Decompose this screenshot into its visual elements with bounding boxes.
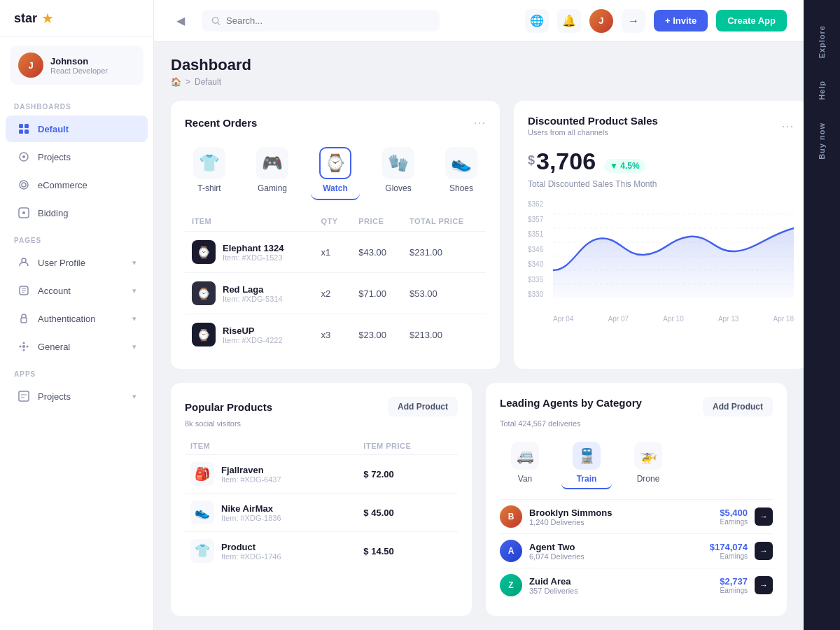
user-info: Johnson React Developer [50,56,108,75]
add-product-button[interactable]: Add Product [388,397,458,416]
topbar-right: 🌐 🔔 J → + Invite Create App [525,9,787,33]
topbar: ◀ 🌐 🔔 J → + Invite Create App [154,0,804,42]
right-panel: Explore Help Buy now [804,0,840,630]
sidebar-item-bidding[interactable]: Bidding [6,200,148,226]
shoes-icon: 👟 [445,147,477,179]
pop-col-price: ITEM PRICE [358,438,458,455]
pop-col-item: ITEM [185,438,358,455]
globe-icon-button[interactable]: 🌐 [525,9,549,33]
discounted-sales-card: Discounted Product Sales Users from all … [514,101,804,369]
table-row: ⌚ Red Laga Item: #XDG-5314 x2 $71.00 $53… [185,273,486,314]
sidebar-item-account[interactable]: Account ▾ [6,277,148,304]
shoes-label: Shoes [449,183,473,193]
buy-now-button[interactable]: Buy now [812,111,832,171]
sales-amount: $ 3,706 ▼ 4.5% [528,148,794,175]
notification-button[interactable]: 🔔 [557,9,581,33]
product-tab-tshirt[interactable]: 👕 T-shirt [185,141,234,200]
search-bar[interactable] [202,10,440,31]
product-tab-gloves[interactable]: 🧤 Gloves [374,141,423,200]
product-price: $ 14.50 [358,532,458,570]
sidebar-item-projects-label: Projects [38,152,71,162]
logo: star ★ [0,0,153,37]
chevron-down-icon3: ▾ [132,314,136,323]
item-name: Elephant 1324 [223,243,284,253]
chart-y-labels: $362 $357 $351 $346 $340 $335 $330 [528,200,543,298]
agent-earnings: $174,074 [699,542,748,552]
earnings-label: Earnings [699,587,748,594]
search-input[interactable] [226,15,430,26]
sales-subtitle: Users from all channels [528,128,658,136]
user-role: React Developer [50,66,108,75]
page-title-area: Dashboard 🏠 > Default [171,56,251,87]
product-tab-gaming[interactable]: 🎮 Gaming [248,141,297,200]
sidebar-item-authentication[interactable]: Authentication ▾ [6,305,148,332]
sidebar-item-projects-app-label: Projects [38,391,71,402]
explore-button[interactable]: Explore [812,14,832,69]
recent-orders-menu[interactable]: ⋯ [473,115,486,130]
ecommerce-icon [17,178,31,192]
help-button[interactable]: Help [812,69,832,111]
product-id: Item: #XDG-1746 [221,552,281,561]
product-name: Nike AirMax [221,503,281,514]
invite-button[interactable]: + Invite [654,10,708,31]
grid-icon [17,122,31,136]
svg-point-9 [22,211,25,214]
table-row: ⌚ RiseUP Item: #XDG-4222 x3 $23.00 $213.… [185,314,486,356]
gloves-icon: 🧤 [382,147,414,179]
van-icon: 🚐 [511,442,539,470]
agent-arrow-button[interactable]: → [755,542,773,560]
agent-arrow-button[interactable]: → [755,576,773,594]
sidebar-item-account-label: Account [38,286,71,296]
gaming-label: Gaming [258,183,287,193]
gloves-label: Gloves [385,183,411,193]
page-title: Dashboard [171,56,251,74]
product-tabs: 👕 T-shirt 🎮 Gaming ⌚ Watch 🧤 Gloves [185,141,486,200]
leading-agents-subtitle: Total 424,567 deliveries [500,419,773,428]
arrow-button[interactable]: → [622,9,645,33]
agent-arrow-button[interactable]: → [755,507,773,526]
agent-earnings: $5,400 [699,507,748,518]
sidebar-item-projects[interactable]: Projects [6,144,148,170]
sidebar-item-bidding-label: Bidding [38,208,68,218]
dashboard-grid: Recent Orders ⋯ 👕 T-shirt 🎮 Gaming ⌚ [171,101,787,369]
col-price: PRICE [351,211,402,232]
popular-products-subtitle: 8k social visitors [185,419,458,428]
product-tab-watch[interactable]: ⌚ Watch [311,141,360,200]
product-tab-shoes[interactable]: 👟 Shoes [437,141,486,200]
create-app-button[interactable]: Create App [716,10,787,31]
topbar-avatar[interactable]: J [589,9,613,33]
leading-agents-card: Leading Agents by Category Add Product T… [486,383,787,616]
agent-row: Z Zuid Area 357 Deliveries $2,737 Earnin… [500,568,773,602]
sidebar-item-user-profile[interactable]: User Profile ▾ [6,249,148,276]
sales-badge: ▼ 4.5% [604,159,645,173]
agent-tab-train[interactable]: 🚆 Train [561,438,612,489]
auth-icon [17,312,31,326]
item-cell: ⌚ Elephant 1324 Item: #XDG-1523 [192,240,307,264]
qty-cell: x2 [314,273,351,314]
sidebar-item-default[interactable]: Default [6,115,148,142]
agent-avatar: Z [500,574,522,596]
svg-rect-18 [19,391,29,401]
sidebar-item-general[interactable]: General ▾ [6,333,148,360]
col-item: ITEM [185,211,314,232]
collapse-button[interactable]: ◀ [171,11,190,31]
user-profile-card[interactable]: J Johnson React Developer [10,46,144,85]
drone-icon: 🚁 [634,442,662,470]
user-icon [17,255,31,270]
agent-tab-van[interactable]: 🚐 Van [500,438,550,489]
amount-value: 3,706 [536,148,596,175]
popular-products-title: Popular Products [185,401,272,413]
search-icon [211,16,220,26]
sales-menu[interactable]: ⋯ [781,118,794,134]
breadcrumb-home-icon: 🏠 [171,77,181,87]
product-img: 👟 [190,500,214,524]
sidebar-item-projects-app[interactable]: Projects ▾ [6,383,148,410]
breadcrumb-current: Default [195,77,221,87]
agent-tab-drone[interactable]: 🚁 Drone [623,438,673,489]
recent-orders-header: Recent Orders ⋯ [185,115,486,130]
list-item: 👕 Product Item: #XDG-1746 $ 14.50 [185,532,458,570]
section-apps: APPS [0,360,153,382]
sidebar-item-ecommerce[interactable]: eCommerce [6,172,148,198]
item-img: ⌚ [192,323,216,346]
add-product-button2[interactable]: Add Product [703,397,773,416]
